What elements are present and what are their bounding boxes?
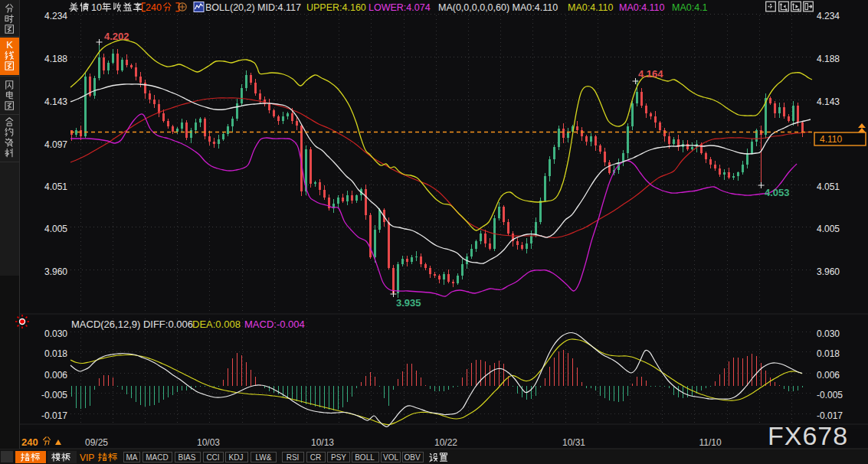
svg-text:CR: CR [310,453,321,462]
svg-text:4.005: 4.005 [817,224,840,234]
svg-text:4.143: 4.143 [817,96,840,107]
svg-text:FX678: FX678 [768,421,848,450]
svg-text:0.006: 0.006 [817,370,840,381]
svg-text:0.030: 0.030 [817,328,840,339]
svg-text:-0.005: -0.005 [817,390,843,400]
svg-text:4.234: 4.234 [44,11,67,21]
svg-text:10/03: 10/03 [197,437,220,448]
svg-text:4.164: 4.164 [638,68,663,80]
svg-text:KDJ: KDJ [229,453,244,462]
svg-text:DEA:0.008: DEA:0.008 [192,319,241,330]
svg-text:MACD: MACD [146,453,168,462]
svg-text:MA0:4.110: MA0:4.110 [619,2,665,13]
svg-text:4.202: 4.202 [104,31,129,42]
svg-text:0.030: 0.030 [44,328,67,339]
svg-text:4.051: 4.051 [817,181,840,192]
svg-text:PSY: PSY [331,453,346,462]
svg-text:4.051: 4.051 [44,181,67,192]
svg-text:4.110: 4.110 [820,134,842,145]
svg-text:MACD:-0.004: MACD:-0.004 [244,319,305,330]
svg-text:BIAS: BIAS [179,453,196,462]
svg-text:0.006: 0.006 [44,370,67,381]
svg-text:RSI: RSI [287,453,300,462]
svg-text:MA: MA [126,453,138,462]
svg-text:LOWER:4.074: LOWER:4.074 [368,2,431,13]
svg-text:MA(0,0,0,0,0,60) MA0:4.110: MA(0,0,0,0,0,60) MA0:4.110 [438,2,558,13]
svg-text:0.018: 0.018 [817,348,840,359]
svg-text:-0.005: -0.005 [41,390,67,400]
svg-text:0.018: 0.018 [44,348,67,359]
svg-text:4.234: 4.234 [817,11,840,21]
svg-text:-0.017: -0.017 [41,410,67,421]
svg-text:UPPER:4.160: UPPER:4.160 [306,2,366,13]
svg-text:4.053: 4.053 [765,187,790,198]
svg-text:4.005: 4.005 [44,224,67,234]
svg-text:K: K [6,39,13,51]
svg-text:VIP: VIP [80,453,94,463]
svg-text:OBV: OBV [404,453,420,462]
svg-text:VOL: VOL [383,453,398,462]
svg-text:240: 240 [146,2,162,13]
svg-text:LW&: LW& [256,453,272,462]
svg-text:4.188: 4.188 [817,54,840,64]
svg-text:09/25: 09/25 [85,437,108,448]
svg-text:240: 240 [21,436,38,448]
svg-text:MACD(26,12,9) DIFF:0.006: MACD(26,12,9) DIFF:0.006 [71,319,193,330]
svg-text:MA0:4.1: MA0:4.1 [672,2,708,13]
svg-text:10: 10 [91,2,102,13]
svg-text:4.143: 4.143 [44,96,67,107]
svg-text:10/22: 10/22 [434,437,457,448]
svg-text:10/31: 10/31 [562,437,585,448]
svg-text:4.097: 4.097 [44,139,67,150]
svg-text:10/13: 10/13 [311,437,334,448]
svg-text:3.960: 3.960 [817,266,840,277]
svg-text:CCI: CCI [206,453,219,462]
svg-text:11/10: 11/10 [699,437,721,448]
svg-text:BOLL: BOLL [355,453,375,462]
svg-text:4.188: 4.188 [44,54,67,64]
svg-text:3.935: 3.935 [396,297,421,309]
svg-text:-0.017: -0.017 [817,410,843,421]
svg-text:MA0:4.110: MA0:4.110 [568,2,614,13]
svg-text:3.960: 3.960 [44,266,67,277]
svg-text:BOLL(20,2) MID:4.117: BOLL(20,2) MID:4.117 [205,2,301,13]
